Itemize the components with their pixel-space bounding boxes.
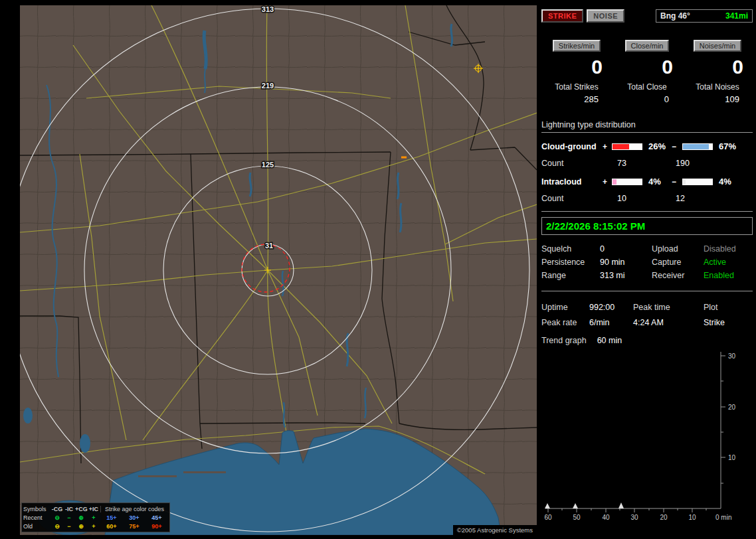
cg-plus-pct: 26% xyxy=(645,141,672,151)
toolbar: STRIKE NOISE Bng 46° 341mi xyxy=(541,8,753,24)
age-code: 45+ xyxy=(145,514,168,521)
x-tick-label: 60 xyxy=(544,514,552,521)
app-window: 313 219 125 31 Symbols -CG -IC +CG +IC S… xyxy=(0,0,756,539)
age-code: 15+ xyxy=(100,514,123,521)
intracloud-row: Intracloud + 4% − 4% xyxy=(541,177,753,187)
plus-cg-icon: ⊕ xyxy=(75,514,87,521)
strikes-per-min-button[interactable]: Strikes/min xyxy=(553,40,601,52)
plus-ic-icon: + xyxy=(87,523,100,530)
ic-minus-count: 12 xyxy=(666,194,753,203)
minus-ic-icon: − xyxy=(63,523,75,530)
noises-per-min-button[interactable]: Noises/min xyxy=(694,40,741,52)
x-tick-label: 20 xyxy=(660,514,668,521)
total-noises-label: Total Noises xyxy=(682,82,753,92)
ic-plus-pct: 4% xyxy=(645,177,672,187)
receiver-status: Enabled xyxy=(704,271,753,280)
cloud-ground-label: Cloud-ground xyxy=(541,142,603,151)
peak-rate-label: Peak rate xyxy=(541,318,589,327)
total-strikes-label: Total Strikes xyxy=(541,82,612,92)
intracloud-counts: Count 10 12 xyxy=(541,194,753,203)
ic-plus-bar xyxy=(612,179,642,185)
plus-sign: + xyxy=(603,142,612,151)
legend-col-header: -IC xyxy=(63,506,75,512)
county-borders xyxy=(20,5,537,535)
trend-axes xyxy=(545,352,725,512)
x-tick-label: 50 xyxy=(573,514,581,521)
ic-minus-bar xyxy=(682,179,713,185)
bearing-label: Bng 46° xyxy=(660,11,690,21)
trend-graph-row: Trend graph 60 min xyxy=(541,336,753,345)
settings-row: Squelch 0 Upload Disabled xyxy=(541,242,753,256)
map-legend: Symbols -CG -IC +CG +IC Strike age color… xyxy=(21,502,170,532)
minus-cg-icon: ⊖ xyxy=(51,523,63,530)
ring-label: 219 xyxy=(262,82,274,90)
ring-label: 31 xyxy=(265,242,273,250)
noise-button[interactable]: NOISE xyxy=(587,9,624,23)
y-tick-label: 20 xyxy=(728,404,736,411)
strikes-per-min-value: 0 xyxy=(541,52,612,81)
map-view[interactable]: 313 219 125 31 Symbols -CG -IC +CG +IC S… xyxy=(20,5,537,535)
count-label: Count xyxy=(541,159,603,168)
minus-cg-icon: ⊖ xyxy=(51,514,63,521)
ic-minus-pct: 4% xyxy=(715,177,742,187)
persistence-value: 90 min xyxy=(600,258,652,267)
y-tick-label: 30 xyxy=(728,352,736,360)
lightning-distribution: Lightning type distribution Cloud-ground… xyxy=(541,120,753,212)
age-code: 60+ xyxy=(100,523,123,530)
trend-graph-label: Trend graph xyxy=(541,336,587,345)
ic-plus-count: 10 xyxy=(603,194,666,203)
legend-col-header: -CG xyxy=(51,506,63,512)
cg-minus-pct: 67% xyxy=(715,141,742,151)
settings-row: Range 313 mi Receiver Enabled xyxy=(541,269,753,282)
age-code: 90+ xyxy=(145,523,168,530)
strike-button[interactable]: STRIKE xyxy=(541,9,583,23)
total-close-value: 0 xyxy=(612,94,682,104)
total-noises-value: 109 xyxy=(682,94,753,104)
bearing-readout: Bng 46° 341mi xyxy=(656,9,753,23)
plus-sign: + xyxy=(603,177,612,187)
minus-ic-icon: − xyxy=(63,514,75,521)
trend-graph: 30 20 10 60 50 40 30 20 10 0 min xyxy=(541,349,753,527)
x-end-label: 0 min xyxy=(715,514,731,521)
ring-label: 313 xyxy=(262,5,274,13)
legend-col-header: +CG xyxy=(75,506,87,512)
map-svg: 313 219 125 31 xyxy=(20,5,537,535)
age-code: 30+ xyxy=(123,514,145,521)
plot-label: Plot xyxy=(704,303,753,312)
status-row: Uptime 992:00 Peak time Plot xyxy=(541,299,753,315)
plus-cg-icon: ⊕ xyxy=(75,523,87,530)
cg-minus-count: 190 xyxy=(666,159,753,168)
age-code: 75+ xyxy=(123,523,145,530)
status-section: Uptime 992:00 Peak time Plot Peak rate 6… xyxy=(541,291,753,345)
plot-value: Strike xyxy=(704,318,753,327)
distribution-title: Lightning type distribution xyxy=(541,120,753,133)
close-per-min-button[interactable]: Close/min xyxy=(625,40,670,52)
lake xyxy=(23,408,33,424)
close-counter: Close/min 0 Total Close 0 xyxy=(612,40,682,104)
trend-tick-labels: 30 20 10 60 50 40 30 20 10 0 min xyxy=(544,352,735,521)
upload-status: Disabled xyxy=(704,244,753,254)
settings-section: Squelch 0 Upload Disabled Persistence 90… xyxy=(541,235,753,291)
status-row: Peak rate 6/min 4:24 AM Strike xyxy=(541,315,753,330)
uptime-label: Uptime xyxy=(541,303,589,312)
capture-label: Capture xyxy=(652,258,704,267)
persistence-label: Persistence xyxy=(541,258,600,267)
peak-time-value: 4:24 AM xyxy=(633,318,704,327)
receiver-label: Receiver xyxy=(652,271,704,280)
minus-sign: − xyxy=(672,142,682,151)
cloud-ground-row: Cloud-ground + 26% − 67% xyxy=(541,141,753,151)
clock-display: 2/22/2026 8:15:02 PM xyxy=(541,217,753,235)
close-per-min-value: 0 xyxy=(612,52,682,81)
total-close-label: Total Close xyxy=(612,82,682,92)
y-tick-label: 10 xyxy=(728,454,736,461)
bearing-distance: 341mi xyxy=(725,11,748,21)
noises-counter: Noises/min 0 Total Noises 109 xyxy=(682,40,753,104)
range-label: Range xyxy=(541,271,600,280)
cg-plus-count: 73 xyxy=(603,159,666,168)
count-label: Count xyxy=(541,194,603,203)
x-tick-label: 10 xyxy=(688,514,696,521)
x-tick-label: 40 xyxy=(602,514,610,521)
total-strikes-value: 285 xyxy=(541,94,612,104)
barrier-island xyxy=(183,471,226,473)
legend-col-header: +IC xyxy=(87,506,100,512)
